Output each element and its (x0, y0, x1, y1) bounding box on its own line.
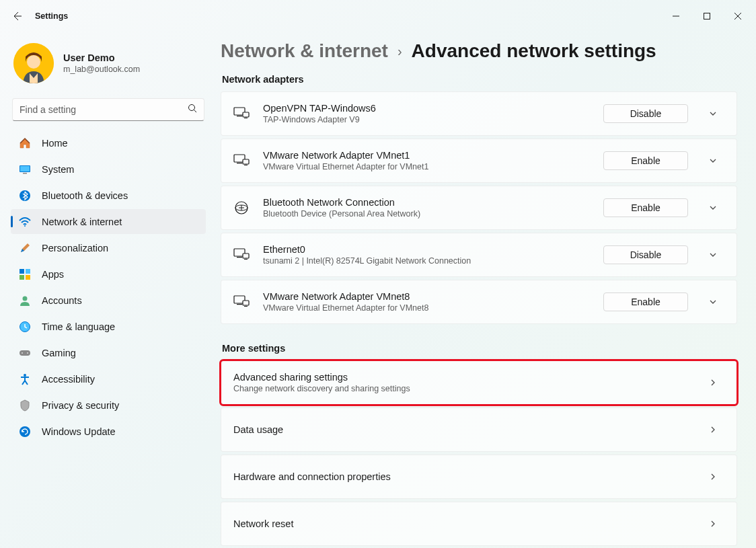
sidebar-item-gaming[interactable]: Gaming (11, 340, 206, 365)
sidebar-item-time-language[interactable]: Time & language (11, 314, 206, 339)
nav-label: Bluetooth & devices (42, 190, 128, 201)
window-title: Settings (35, 11, 68, 21)
adapter-title: VMware Network Adapter VMnet8 (263, 291, 590, 302)
sidebar-item-apps[interactable]: Apps (11, 262, 206, 286)
svg-point-22 (24, 374, 26, 377)
chevron-right-icon: › (398, 44, 402, 59)
breadcrumb-parent[interactable]: Network & internet (221, 40, 388, 62)
nav-label: Windows Update (42, 426, 116, 437)
section-heading-more: More settings (222, 343, 737, 354)
privacy-icon (19, 399, 31, 412)
chevron-right-icon[interactable] (702, 426, 724, 434)
adapter-card[interactable]: VMware Network Adapter VMnet8VMware Virt… (221, 280, 737, 324)
sidebar-item-home[interactable]: Home (11, 130, 206, 155)
chevron-down-icon[interactable] (702, 110, 724, 118)
sidebar-item-system[interactable]: System (11, 157, 206, 182)
minimize-button[interactable] (660, 5, 691, 27)
back-button[interactable] (3, 2, 31, 30)
accessibility-icon (19, 373, 31, 385)
sidebar-item-privacy[interactable]: Privacy & security (11, 393, 206, 418)
close-button[interactable] (722, 5, 753, 27)
nav-label: Time & language (42, 321, 115, 332)
breadcrumb: Network & internet › Advanced network se… (221, 40, 737, 62)
svg-point-17 (23, 296, 28, 301)
adapter-subtitle: VMware Virtual Ethernet Adapter for VMne… (263, 162, 590, 171)
svg-rect-40 (243, 301, 249, 305)
apps-icon (19, 268, 31, 280)
user-email: m_lab@outlook.com (63, 65, 140, 74)
system-icon (19, 163, 31, 175)
svg-rect-41 (244, 306, 248, 307)
time-icon (19, 321, 31, 333)
settings-link-card[interactable]: Advanced sharing settingsChange network … (221, 360, 737, 405)
chevron-down-icon[interactable] (702, 298, 724, 306)
adapter-action-button[interactable]: Enable (603, 151, 688, 170)
svg-rect-27 (244, 118, 248, 118)
sidebar-item-personalization[interactable]: Personalization (11, 235, 206, 260)
chevron-down-icon[interactable] (702, 204, 724, 212)
adapter-title: Bluetooth Network Connection (263, 197, 590, 208)
nav-label: Home (42, 138, 68, 149)
svg-point-12 (24, 225, 26, 227)
svg-rect-39 (237, 304, 242, 305)
svg-point-20 (22, 352, 23, 354)
svg-rect-36 (243, 253, 249, 258)
sidebar-item-update[interactable]: Windows Update (11, 419, 206, 444)
svg-rect-14 (26, 269, 30, 274)
settings-link-card[interactable]: Data usage (221, 407, 737, 452)
adapter-action-button[interactable]: Enable (603, 292, 688, 311)
adapter-subtitle: Bluetooth Device (Personal Area Network) (263, 209, 590, 219)
adapter-title: OpenVPN TAP-Windows6 (263, 103, 590, 114)
adapter-icon (233, 106, 250, 122)
sidebar-item-accessibility[interactable]: Accessibility (11, 366, 206, 391)
chevron-down-icon[interactable] (702, 251, 724, 259)
maximize-button[interactable] (691, 5, 722, 27)
adapter-icon (233, 200, 250, 216)
sidebar-item-network[interactable]: Network & internet (11, 209, 206, 234)
adapter-action-button[interactable]: Disable (603, 245, 688, 264)
title-bar: Settings (0, 0, 756, 32)
svg-rect-9 (20, 166, 30, 171)
update-icon (19, 426, 31, 438)
nav-label: Gaming (42, 348, 76, 358)
gaming-icon (19, 347, 31, 359)
adapter-subtitle: tsunami 2 | Intel(R) 82574L Gigabit Netw… (263, 256, 590, 266)
adapter-card[interactable]: Ethernet0tsunami 2 | Intel(R) 82574L Gig… (221, 233, 737, 277)
chevron-down-icon[interactable] (702, 157, 724, 165)
adapter-subtitle: VMware Virtual Ethernet Adapter for VMne… (263, 303, 590, 313)
svg-rect-15 (20, 275, 24, 280)
adapter-card[interactable]: OpenVPN TAP-Windows6TAP-Windows Adapter … (221, 91, 737, 136)
adapter-card[interactable]: VMware Network Adapter VMnet1VMware Virt… (221, 139, 737, 183)
svg-point-5 (27, 55, 40, 69)
svg-rect-19 (20, 350, 30, 356)
settings-link-card[interactable]: Network reset (221, 502, 737, 546)
svg-point-23 (20, 426, 30, 437)
page-title: Advanced network settings (412, 40, 656, 62)
search-icon (188, 104, 197, 116)
svg-rect-30 (243, 159, 249, 164)
network-icon (19, 216, 31, 228)
svg-line-7 (194, 110, 197, 113)
chevron-right-icon[interactable] (702, 473, 724, 481)
adapter-subtitle: TAP-Windows Adapter V9 (263, 115, 590, 124)
section-heading-adapters: Network adapters (222, 74, 737, 85)
nav: Home System Bluetooth & devices Network … (11, 130, 206, 444)
svg-rect-13 (20, 269, 24, 274)
nav-label: Personalization (42, 243, 108, 253)
adapter-card[interactable]: Bluetooth Network ConnectionBluetooth De… (221, 186, 737, 230)
search-box[interactable] (12, 98, 204, 121)
sidebar-item-accounts[interactable]: Accounts (11, 288, 206, 313)
nav-label: Accessibility (42, 374, 95, 385)
chevron-right-icon[interactable] (702, 520, 724, 528)
svg-rect-1 (704, 13, 710, 19)
user-profile[interactable]: User Demo m_lab@outlook.com (11, 38, 206, 95)
search-input[interactable] (20, 104, 188, 115)
link-title: Hardware and connection properties (233, 471, 688, 482)
chevron-right-icon[interactable] (702, 379, 724, 387)
settings-link-card[interactable]: Hardware and connection properties (221, 455, 737, 499)
accounts-icon (19, 295, 31, 307)
adapter-action-button[interactable]: Disable (603, 104, 688, 123)
sidebar-item-bluetooth[interactable]: Bluetooth & devices (11, 183, 206, 208)
adapter-action-button[interactable]: Enable (603, 198, 688, 217)
svg-point-21 (27, 352, 28, 354)
